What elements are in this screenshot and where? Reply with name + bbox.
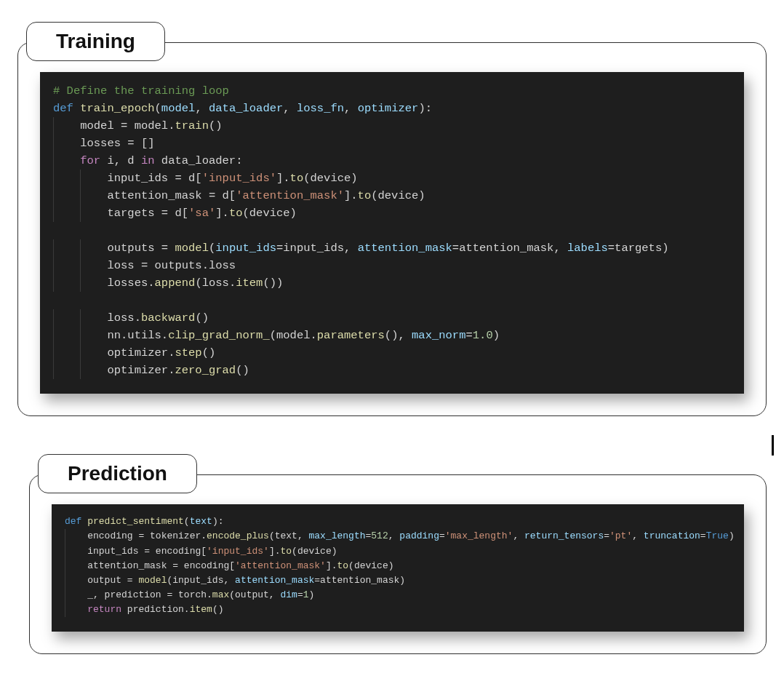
prediction-panel: def predict_sentiment(text): encoding = … — [29, 474, 767, 654]
training-section: Training # Define the training loop def … — [17, 42, 767, 416]
prediction-code-block: def predict_sentiment(text): encoding = … — [52, 504, 744, 632]
training-panel: # Define the training loop def train_epo… — [17, 42, 767, 416]
training-code-block: # Define the training loop def train_epo… — [40, 72, 744, 394]
prediction-title: Prediction — [68, 462, 167, 485]
training-title: Training — [56, 30, 135, 52]
text-cursor — [772, 435, 774, 456]
training-tab-label: Training — [26, 22, 165, 61]
prediction-section: Prediction def predict_sentiment(text): … — [29, 474, 767, 654]
prediction-tab-label: Prediction — [38, 454, 197, 493]
